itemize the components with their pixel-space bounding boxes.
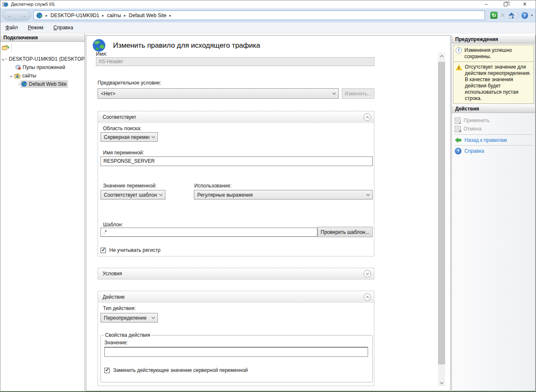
variable-value-select[interactable]: Соответствует шаблону: [100, 190, 165, 200]
alert-text: Изменения успешно сохранены.: [464, 47, 532, 60]
action-help[interactable]: ? Справка: [452, 147, 536, 155]
app-icon: [2, 1, 8, 8]
sites-folder-icon: [14, 73, 21, 79]
minimize-button[interactable]: –: [477, 0, 496, 8]
conditions-section: Условия: [98, 268, 374, 279]
back-button[interactable]: ←: [7, 12, 13, 19]
ignore-case-row[interactable]: ✓ Не учитывать регистр: [100, 247, 160, 253]
replace-value-row[interactable]: ✓ Заменить действующее значение серверно…: [104, 367, 248, 373]
name-label: Имя:: [96, 51, 107, 57]
crumb-sites[interactable]: сайты: [107, 13, 121, 18]
address-bar: ← → ▸ DESKTOP-U1MK9D1 ▸ сайты ▸ Default …: [0, 8, 536, 22]
close-button[interactable]: ✕: [515, 0, 534, 8]
conditions-section-header[interactable]: Условия: [98, 268, 374, 279]
chevron-down-icon: [152, 315, 155, 319]
menu-bar: Файл Режим Справка: [0, 22, 536, 33]
ignore-case-checkbox[interactable]: ✓: [100, 248, 106, 253]
chevron-down-icon: [366, 272, 368, 274]
action-section: Действие Тип действия: Переопределение С…: [98, 291, 374, 386]
restart-icon[interactable]: ↻: [490, 12, 497, 19]
variable-name-label: Имя переменной:: [103, 150, 144, 156]
selected-tree-item[interactable]: Default Web Site: [21, 80, 68, 88]
menu-help[interactable]: Справка: [54, 25, 73, 31]
scroll-down-button[interactable]: [438, 379, 445, 386]
scope-label: Область поиска:: [103, 126, 142, 131]
tree-item-sites[interactable]: сайты: [0, 72, 85, 80]
match-section-header[interactable]: Соответствует: [98, 111, 374, 123]
connections-header: Подключения: [0, 33, 85, 42]
name-input: IIS-Header: [96, 57, 374, 66]
crumb-arrow-icon: ▸: [169, 13, 171, 18]
variable-value-label: Значение переменной:: [103, 183, 157, 189]
separator: [454, 134, 533, 135]
tree-item-server[interactable]: DESKTOP-U1MK9D1 (DESKTOP: [0, 55, 85, 63]
warning-icon: !: [456, 64, 462, 70]
minimize-icon: –: [485, 1, 488, 7]
collapse-button[interactable]: [363, 293, 371, 301]
close-icon: ✕: [523, 1, 527, 7]
globe-icon: [36, 12, 43, 19]
replace-value-checkbox[interactable]: ✓: [104, 368, 110, 373]
check-icon: ✓: [105, 367, 109, 373]
usage-label: Использование:: [194, 183, 232, 189]
breadcrumb[interactable]: ▸ DESKTOP-U1MK9D1 ▸ сайты ▸ Default Web …: [34, 10, 485, 20]
scroll-up-button[interactable]: [438, 53, 445, 60]
match-section: Соответствует Область поиска: Серверная …: [98, 111, 374, 256]
window-title: Диспетчер служб IIS: [11, 2, 55, 7]
server-icon: [5, 56, 7, 62]
back-arrow-icon: [455, 137, 461, 143]
action-section-header[interactable]: Действие: [98, 291, 374, 303]
value-input[interactable]: [104, 347, 368, 357]
cancel-icon: ✕: [455, 126, 461, 132]
toolbar-separator: [11, 44, 12, 52]
chevron-down-icon: [159, 192, 162, 196]
precondition-select[interactable]: <Нет>: [98, 88, 339, 99]
expander-icon[interactable]: [2, 58, 4, 60]
toolbar-separator: [518, 12, 518, 19]
alert-text: Отсутствует значение для действия переоп…: [465, 64, 532, 102]
expand-button[interactable]: [363, 270, 371, 277]
match-section-title: Соответствует: [103, 114, 136, 120]
right-panel: Предупреждения i Изменения успешно сохра…: [451, 35, 536, 391]
vertical-scrollbar[interactable]: [438, 53, 445, 386]
tree-item-label: сайты: [22, 73, 36, 79]
tree-item-default-web-site[interactable]: Default Web Site: [0, 80, 85, 88]
save-connection-icon[interactable]: [2, 44, 9, 51]
scope-select[interactable]: Серверная переменн: [100, 132, 158, 142]
tree-item-label: Default Web Site: [29, 81, 67, 87]
alerts-header: Предупреждения: [452, 35, 535, 44]
pattern-input[interactable]: .*: [100, 228, 317, 237]
variable-name-input[interactable]: RESPONSE_SERVER: [100, 156, 373, 166]
nav-buttons: ← →: [3, 10, 31, 20]
alert-warning: ! Отсутствует значение для действия пере…: [453, 61, 534, 104]
usage-select[interactable]: Регулярные выражения: [194, 190, 373, 200]
test-pattern-button[interactable]: Проверить шаблон...: [317, 227, 373, 237]
action-properties-legend: Свойства действия: [104, 332, 151, 338]
restore-button[interactable]: [496, 0, 515, 8]
alert-info: i Изменения успешно сохранены.: [453, 45, 534, 62]
collapse-button[interactable]: [363, 113, 371, 121]
menu-view[interactable]: Режим: [28, 25, 44, 31]
pattern-label: Шаблон:: [103, 222, 123, 228]
crumb-default-web-site[interactable]: Default Web Site: [129, 13, 167, 18]
help-icon[interactable]: ?: [521, 12, 528, 19]
tree-item-app-pools[interactable]: Пулы приложений: [0, 63, 85, 72]
crumb-server[interactable]: DESKTOP-U1MK9D1: [51, 13, 99, 18]
stop-icon: ✕: [500, 12, 505, 18]
action-type-value: Переопределение: [104, 315, 147, 321]
connections-toolbar: [0, 42, 85, 53]
forward-button[interactable]: →: [21, 12, 27, 19]
action-back-to-rules[interactable]: Назад к правилам: [452, 136, 536, 144]
help-icon: ?: [455, 148, 461, 154]
home-icon[interactable]: [508, 12, 515, 19]
chevron-up-icon: [366, 116, 368, 119]
expander-icon[interactable]: [16, 83, 21, 85]
tree-item-label: DESKTOP-U1MK9D1 (DESKTOP: [9, 56, 85, 62]
action-properties-group: Свойства действия Значение: ✓ Заменить д…: [100, 332, 373, 382]
scrollbar-thumb[interactable]: [438, 62, 445, 364]
expander-icon[interactable]: [9, 75, 13, 77]
action-type-select[interactable]: Переопределение: [100, 313, 158, 323]
menu-file[interactable]: Файл: [5, 25, 18, 31]
tree-item-label: Пулы приложений: [23, 64, 65, 70]
help-caret-icon[interactable]: ▾: [531, 13, 533, 17]
